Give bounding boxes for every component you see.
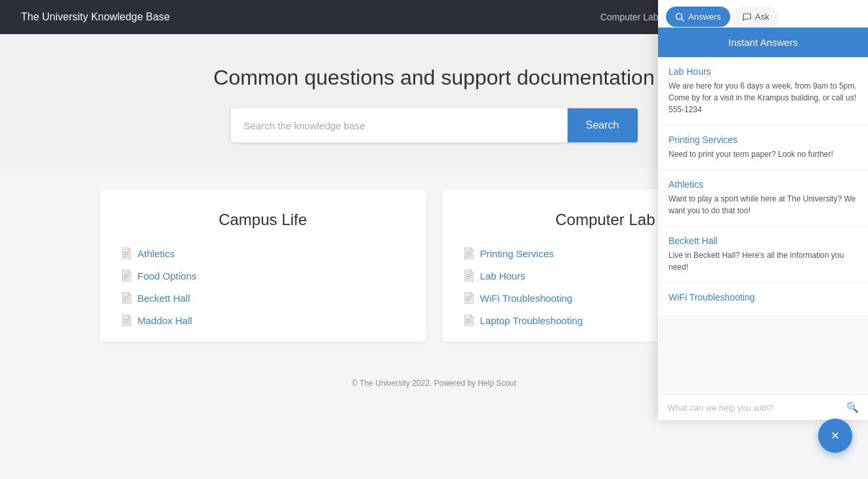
campus-life-link-beckett-hall[interactable]: Beckett Hall [121, 292, 405, 304]
printing-services-label: Printing Services [480, 248, 554, 259]
beacon-result-athletics-title: Athletics [669, 179, 858, 190]
beacon-tab-ask[interactable]: Ask [733, 7, 779, 27]
beacon-result-beckett-title: Beckett Hall [669, 236, 858, 246]
campus-life-title: Campus Life [121, 211, 405, 229]
food-options-label: Food Options [138, 270, 197, 281]
doc-icon [463, 292, 474, 304]
beacon-close-button[interactable]: × [818, 419, 852, 453]
beacon-tabs: Answers Ask [658, 0, 868, 28]
beacon-result-wifi-title: WiFi Troubleshooting [669, 292, 858, 302]
beacon-result-printing-desc: Need to print your term paper? Look no f… [669, 148, 858, 160]
ask-tab-label: Ask [755, 12, 770, 22]
beacon-result-lab-hours-title: Lab Hours [669, 66, 858, 77]
beacon-result-printing-title: Printing Services [669, 135, 858, 145]
doc-icon [121, 247, 131, 259]
search-input[interactable] [231, 108, 568, 142]
maddox-hall-label: Maddox Hall [138, 315, 192, 326]
doc-icon [121, 270, 131, 281]
chat-icon [742, 12, 751, 22]
campus-life-link-food-options[interactable]: Food Options [121, 270, 405, 281]
campus-life-link-athletics[interactable]: Athletics [121, 247, 405, 259]
beacon-tab-answers[interactable]: Answers [666, 7, 730, 27]
beacon-result-beckett-desc: Live in Beckett Hall? Here's all the inf… [669, 249, 858, 273]
search-bar: Search [231, 108, 638, 142]
beacon-result-lab-hours-desc: We are here for you 6 days a week, from … [669, 80, 858, 115]
doc-icon [463, 247, 474, 259]
nav-link-computer-lab[interactable]: Computer Lab [600, 12, 659, 22]
category-card-campus-life: Campus Life Athletics [100, 190, 426, 342]
search-icon [675, 12, 684, 22]
beacon-result-beckett[interactable]: Beckett Hall Live in Beckett Hall? Here'… [658, 226, 868, 283]
beckett-hall-label: Beckett Hall [138, 293, 190, 304]
nav-brand: The University Knowledge Base [21, 11, 600, 23]
search-button[interactable]: Search [568, 108, 638, 142]
doc-icon [121, 292, 131, 304]
beacon-result-printing[interactable]: Printing Services Need to print your ter… [658, 125, 868, 170]
beacon-result-wifi[interactable]: WiFi Troubleshooting [658, 283, 868, 315]
answers-tab-label: Answers [688, 12, 721, 22]
laptop-label: Laptop Troubleshooting [480, 315, 583, 326]
campus-life-link-maddox-hall[interactable]: Maddox Hall [121, 314, 405, 326]
doc-icon [463, 314, 474, 326]
beacon-result-lab-hours[interactable]: Lab Hours We are here for you 6 days a w… [658, 57, 868, 125]
doc-icon [463, 270, 474, 281]
beacon-search-icon: 🔍 [846, 402, 859, 413]
doc-icon [121, 314, 131, 326]
beacon-widget: Answers Ask Instant Answers Lab Hours We… [658, 0, 868, 420]
beacon-search-input[interactable] [667, 403, 846, 413]
campus-life-links: Athletics Food Options [121, 247, 405, 326]
close-icon: × [831, 427, 840, 444]
footer-text: © The University 2022. Powered by Help S… [352, 379, 516, 388]
beacon-result-athletics[interactable]: Athletics Want to play a sport while her… [658, 170, 868, 226]
athletics-label: Athletics [138, 248, 175, 259]
svg-line-25 [682, 18, 684, 21]
beacon-result-athletics-desc: Want to play a sport while here at The U… [669, 193, 858, 217]
beacon-search-bar: 🔍 [658, 394, 868, 420]
beacon-header: Instant Answers [658, 28, 868, 57]
lab-hours-label: Lab Hours [480, 270, 526, 281]
beacon-results: Lab Hours We are here for you 6 days a w… [658, 57, 868, 394]
wifi-label: WiFi Troubleshooting [480, 293, 573, 304]
